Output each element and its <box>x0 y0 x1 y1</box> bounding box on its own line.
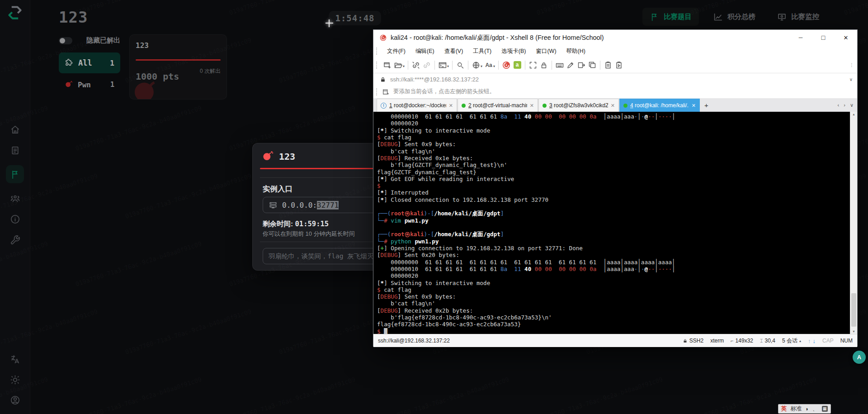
menu-item[interactable]: 窗口(W) <box>531 48 561 55</box>
status-protocol: SSH2 <box>683 338 703 344</box>
window-title: kali24 - root@kali: /home/kali/桌面/gdpt -… <box>391 33 604 42</box>
terminal-line: ┌──(root㉿kali)-[/home/kali/桌面/gdpt] <box>377 231 848 238</box>
new-terminal-icon[interactable] <box>437 60 448 71</box>
quickbar-hint: 要添加当前会话，点击左侧的箭头按钮。 <box>393 88 495 95</box>
sidebar-item-flag-icon[interactable] <box>6 165 24 183</box>
virtual-keyboard-icon[interactable] <box>554 60 565 71</box>
nav-scoreboard[interactable]: 积分总榜 <box>706 8 763 26</box>
sidebar-item-tools-icon[interactable] <box>6 234 24 246</box>
xshell-titlebar[interactable]: kali24 - root@kali: /home/kali/桌面/gdpt -… <box>373 30 857 45</box>
toolbar-grip[interactable] <box>376 62 379 69</box>
toolbar-separator <box>434 61 435 70</box>
terminal[interactable]: 00000010 61 61 61 61 61 61 61 8a 11 40 0… <box>373 112 857 334</box>
watermark-text: 019a7760-71a3-76ac-9c2a-b40aa0f91c09 <box>382 376 510 414</box>
scrollbar-thumb[interactable] <box>851 293 856 327</box>
sidebar-item-user-icon[interactable] <box>6 394 24 406</box>
gzctf-logo[interactable] <box>7 5 23 21</box>
font-dropdown-icon[interactable]: ▾ <box>493 64 495 68</box>
menu-item[interactable]: 选项卡(B) <box>496 48 531 55</box>
ime-bar: 英 标准 ◗ 、 ▦ <box>778 404 831 414</box>
tab-label: 4 root@kali: /home/kali/... <box>630 102 689 109</box>
minimize-button[interactable]: ─ <box>789 30 812 45</box>
compose-icon[interactable] <box>565 60 576 71</box>
toolbar-separator <box>525 61 525 70</box>
toolbar-grip[interactable] <box>376 88 379 95</box>
reconnect-icon[interactable] <box>421 60 432 71</box>
new-tab-button[interactable]: + <box>704 101 708 109</box>
challenge-card[interactable]: 123 0 次解出 1000 pts <box>129 34 227 100</box>
scroll-down-icon[interactable]: ▼ <box>850 330 857 333</box>
tab-scroll-left-icon[interactable]: ‹ <box>838 102 840 108</box>
sidebar-item-team-icon[interactable] <box>6 192 24 204</box>
session-tab-3[interactable]: 3 root@iZfs8w3vk0cikdZ: ~/...✕ <box>538 99 619 112</box>
xshell-tabbar: !1 root@docker:~/docker/test✕2 root@ctf-… <box>373 98 857 112</box>
xshell-quickbar: 要添加当前会话，点击左侧的箭头按钮。 <box>373 85 857 99</box>
terminal-scrollbar[interactable]: ▲ ▼ <box>850 112 857 334</box>
session-tab-1[interactable]: !1 root@docker:~/docker/test✕ <box>377 99 457 112</box>
session-tab-4[interactable]: 4 root@kali: /home/kali/...✕ <box>619 99 700 112</box>
ime-punctuation-icon[interactable]: 、 <box>812 405 818 413</box>
sidebar-item-language-icon[interactable] <box>6 353 24 365</box>
open-session-dropdown-icon[interactable]: ▾ <box>403 64 405 68</box>
ime-softkeyboard-icon[interactable]: ▦ <box>822 406 828 412</box>
menu-item[interactable]: 帮助(H) <box>561 48 590 55</box>
encoding-icon[interactable] <box>471 60 481 71</box>
toolbar-grip[interactable] <box>376 48 379 55</box>
toolbar-separator <box>408 61 408 70</box>
close-button[interactable]: ✕ <box>835 30 857 45</box>
paste-icon[interactable] <box>603 60 613 71</box>
sidebar-item-post-icon[interactable] <box>6 144 24 156</box>
menu-item[interactable]: 文件(F) <box>382 48 410 55</box>
xshell-icon[interactable] <box>501 60 512 71</box>
menu-item[interactable]: 查看(V) <box>439 48 468 55</box>
watermark-text: 019a7760-71a3-76ac-9c2a-b40aa0f91c09 <box>843 0 868 16</box>
ime-mode-indicator[interactable]: 标准 <box>791 405 802 413</box>
ime-language-indicator[interactable]: 英 <box>781 405 787 413</box>
menu-item[interactable]: 工具(T) <box>468 48 496 55</box>
tab-list-dropdown-icon[interactable]: ∨ <box>850 102 854 108</box>
add-session-icon[interactable] <box>382 88 390 96</box>
disconnect-icon[interactable] <box>410 60 421 71</box>
category-pwn-button[interactable]: Pwn 1 <box>59 77 120 92</box>
fullscreen-icon[interactable] <box>528 60 538 71</box>
session-tab-2[interactable]: 2 root@ctf-virtual-machine:...✕ <box>458 99 538 112</box>
nav-flag[interactable]: 比赛题目 <box>642 8 699 26</box>
scroll-up-icon[interactable]: ▲ <box>850 113 857 116</box>
floating-translate-button[interactable]: A <box>853 351 866 364</box>
new-terminal-dropdown-icon[interactable]: ▾ <box>447 64 449 68</box>
watermark-text: 019a7760-71a3-76ac-9c2a-b40aa0f91c09 <box>228 376 356 414</box>
tab-close-icon[interactable]: ✕ <box>449 103 453 109</box>
tab-close-icon[interactable]: ✕ <box>692 103 696 109</box>
status-num-lock: NUM <box>840 338 853 344</box>
xshell-toolbar: ▾▾▾Aa▾a⋮ <box>373 57 857 73</box>
toolbar-overflow-icon[interactable]: ⋮ <box>849 62 854 67</box>
find-icon[interactable] <box>455 60 466 71</box>
endpoint-host: 0.0.0.0: <box>282 201 317 209</box>
new-session-icon[interactable] <box>382 60 393 71</box>
terminal-line: [DEBUG] Sent 0x9 bytes: <box>377 141 848 148</box>
open-session-icon[interactable] <box>393 60 404 71</box>
hide-solved-toggle[interactable] <box>59 37 72 44</box>
address-dropdown-icon[interactable]: ∨ <box>849 77 853 82</box>
address-input[interactable]: ssh://kali:****@192.168.32.137:22 <box>390 76 479 83</box>
lock-screen-icon[interactable] <box>538 60 549 71</box>
new-window-icon[interactable] <box>587 60 598 71</box>
menu-item[interactable]: 编辑(E) <box>410 48 439 55</box>
tab-close-icon[interactable]: ✕ <box>611 103 615 109</box>
status-session-count[interactable]: 5 会话 ▴ <box>782 337 801 345</box>
sidebar-item-home-icon[interactable] <box>6 124 24 135</box>
sidebar-item-theme-icon[interactable] <box>6 374 24 385</box>
send-text-icon[interactable] <box>576 60 587 71</box>
category-all-button[interactable]: All 1 <box>59 52 120 73</box>
font-icon[interactable]: Aa <box>483 60 494 71</box>
maximize-button[interactable]: □ <box>812 30 835 45</box>
sidebar-item-about-icon[interactable] <box>6 213 24 225</box>
terminal-line: 00000000 61 61 61 61 61 61 61 61 61 61 6… <box>377 259 848 266</box>
nav-monitor[interactable]: 比赛监控 <box>770 8 826 26</box>
tab-scroll-right-icon[interactable]: › <box>844 102 845 108</box>
xagent-icon[interactable]: a <box>512 60 523 71</box>
paste-run-icon[interactable] <box>613 60 624 71</box>
ime-halfwidth-icon[interactable]: ◗ <box>806 406 809 412</box>
tab-close-icon[interactable]: ✕ <box>530 103 534 109</box>
encoding-dropdown-icon[interactable]: ▾ <box>481 64 482 68</box>
